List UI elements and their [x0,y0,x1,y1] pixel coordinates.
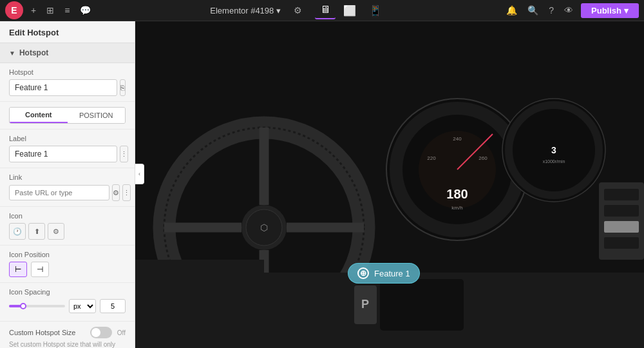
settings-button[interactable]: ⚙ [291,3,305,18]
icon-controls: 🕐 ⬆ ⚙ [9,223,126,240]
label-input-row: ⋮ [9,146,126,162]
comments-button[interactable]: 💬 [77,3,93,18]
svg-text:P: P [361,298,369,311]
icon-upload-button[interactable]: ⬆ [28,223,45,240]
icon-spacing-field-group: Icon Spacing px em [0,283,135,322]
help-button[interactable]: ? [546,3,556,18]
publish-button[interactable]: Publish ▾ [581,3,639,18]
icon-position-label: Icon Position [9,251,126,258]
car-interior-svg: ⬡ 240 260 220 180 km/h 3 x1000r/min [135,21,644,348]
content-position-tabs: Content POSITION [9,107,126,124]
svg-text:x1000r/min: x1000r/min [543,159,565,164]
hotspot-field-group: Hotspot ⎘ [0,63,135,102]
icon-position-field-group: Icon Position ⊢ ⊣ [0,246,135,283]
icon-settings-button[interactable]: ⚙ [48,223,64,240]
icon-position-controls: ⊢ ⊣ [9,262,126,277]
topbar: E + ⊞ ≡ 💬 Elementor #4198 ▾ ⚙ 🖥 ⬜ 📱 🔔 🔍 … [0,0,644,21]
tablet-view-button[interactable]: ⬜ [338,2,361,19]
icon-position-left-button[interactable]: ⊢ [9,262,27,277]
svg-rect-31 [135,260,264,279]
custom-size-label: Custom Hotspot Size [9,329,75,336]
icon-spacing-label: Icon Spacing [9,288,126,296]
custom-size-hint: Set custom Hotspot size that will only a… [9,340,126,348]
collapse-sidebar-button[interactable]: ‹ [135,164,144,184]
hotspot-badge-label: Feature 1 [374,269,410,278]
notifications-button[interactable]: 🔔 [504,3,520,18]
canvas-area[interactable]: ⬡ 240 260 220 180 km/h 3 x1000r/min [135,21,644,348]
topbar-center: Elementor #4198 ▾ ⚙ 🖥 ⬜ 📱 [99,1,498,19]
device-switcher: 🖥 ⬜ 📱 [315,1,387,19]
search-button[interactable]: 🔍 [525,3,541,18]
topbar-right: 🔔 🔍 ? 👁 Publish ▾ [504,3,639,18]
hotspot-input-row: ⎘ [9,79,126,96]
collapse-arrow-icon: ▼ [9,50,15,57]
desktop-view-button[interactable]: 🖥 [315,1,336,19]
elementor-logo[interactable]: E [5,1,23,19]
hotspot-field-label: Hotspot [9,68,126,76]
preview-button[interactable]: 👁 [562,3,576,18]
link-url-input[interactable] [9,185,109,200]
canvas-background: ⬡ 240 260 220 180 km/h 3 x1000r/min [135,21,644,348]
svg-rect-28 [604,237,639,249]
label-input[interactable] [9,146,117,162]
mobile-view-button[interactable]: 📱 [364,2,387,19]
link-settings-button[interactable]: ⚙ [112,184,120,201]
chevron-down-icon: ▾ [276,6,281,15]
duplicate-hotspot-button[interactable]: ⎘ [120,79,126,96]
svg-text:3: 3 [551,145,556,155]
link-input-row: ⚙ ⋮ [9,184,126,201]
label-field-group: Label ⋮ [0,130,135,168]
label-options-button[interactable]: ⋮ [120,146,128,162]
panel-title: Edit Hotspot [0,21,135,43]
sidebar: Edit Hotspot ▼ Hotspot Hotspot ⎘ Content… [0,21,135,348]
layers-button[interactable]: ≡ [62,3,72,18]
custom-size-toggle-row: Custom Hotspot Size Off [9,327,126,338]
icon-field-group: Icon 🕐 ⬆ ⚙ [0,207,135,246]
chevron-down-icon: ▾ [624,6,629,15]
link-options-button[interactable]: ⋮ [122,184,131,201]
page-title[interactable]: Elementor #4198 ▾ [210,6,281,15]
hotspot-badge-icon: ⊕ [357,267,369,279]
link-field-group: Link ⚙ ⋮ [0,168,135,207]
svg-rect-23 [380,279,464,331]
icon-spacing-unit-select[interactable]: px em [69,299,96,313]
link-field-label: Link [9,173,126,181]
svg-rect-26 [604,205,639,217]
custom-hotspot-size-group: Custom Hotspot Size Off Set custom Hotsp… [0,322,135,348]
toggle-off-label: Off [117,329,126,336]
tab-group-container: Content POSITION [0,102,135,130]
hotspot-name-input[interactable] [9,79,117,96]
icon-clock-button[interactable]: 🕐 [9,223,26,240]
label-field-label: Label [9,135,126,142]
icon-spacing-slider[interactable] [9,305,65,307]
icon-spacing-input[interactable] [100,299,126,313]
icon-field-label: Icon [9,212,126,220]
add-element-button[interactable]: + [28,3,39,18]
tab-position[interactable]: POSITION [68,108,126,123]
svg-rect-27 [604,221,639,233]
hotspot-badge[interactable]: ⊕ Feature 1 [348,263,420,284]
hotspot-section-header[interactable]: ▼ Hotspot [0,43,135,63]
svg-text:⬡: ⬡ [260,222,268,233]
icon-position-right-button[interactable]: ⊣ [31,262,49,277]
custom-size-toggle[interactable] [90,327,112,338]
main-layout: Edit Hotspot ▼ Hotspot Hotspot ⎘ Content… [0,21,644,348]
responsive-button[interactable]: ⊞ [44,3,57,18]
svg-rect-25 [604,189,639,200]
svg-point-32 [419,131,496,208]
tab-content[interactable]: Content [10,108,68,123]
